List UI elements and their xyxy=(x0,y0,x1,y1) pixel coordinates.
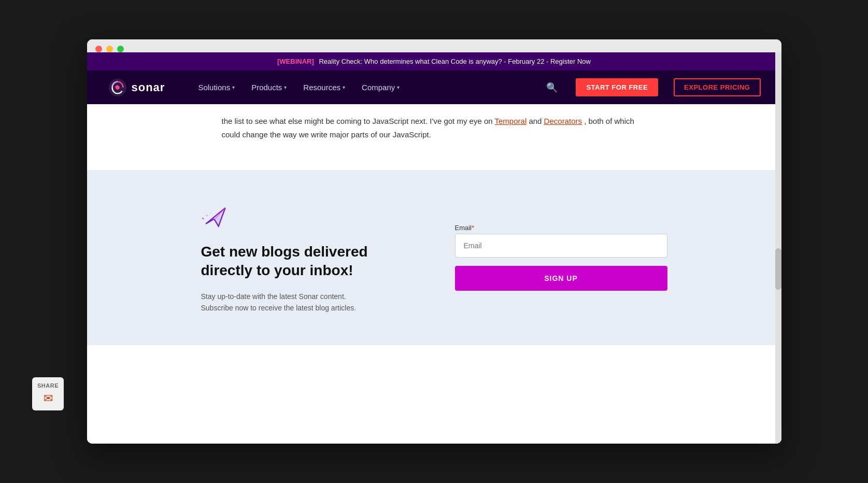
chevron-down-icon: ▾ xyxy=(343,84,345,90)
article-body-text-2: and xyxy=(529,117,544,125)
chevron-down-icon: ▾ xyxy=(232,84,235,90)
scrollbar-thumb[interactable] xyxy=(775,248,781,290)
newsletter-subtext-line1: Stay up-to-date with the latest Sonar co… xyxy=(201,291,414,314)
logo-text: sonar xyxy=(132,81,165,94)
nav-company[interactable]: Company ▾ xyxy=(354,79,407,96)
article-snippet: the list to see what else might be comin… xyxy=(201,104,667,170)
paper-plane-icon xyxy=(201,201,230,230)
nav-logo[interactable]: sonar xyxy=(108,78,165,97)
svg-point-3 xyxy=(206,215,207,217)
page-content: the list to see what else might be comin… xyxy=(87,104,781,444)
chevron-down-icon: ▾ xyxy=(397,84,400,90)
share-label: SHARE xyxy=(37,382,59,389)
announcement-text: Reality Check: Who determines what Clean… xyxy=(319,58,591,65)
explore-pricing-button[interactable]: EXPLORE PRICING xyxy=(674,78,760,96)
email-input[interactable] xyxy=(455,234,667,258)
newsletter-icon xyxy=(201,201,414,232)
svg-point-4 xyxy=(210,212,211,213)
share-email-icon[interactable]: ✉ xyxy=(44,392,53,405)
announcement-tag: [WEBINAR] xyxy=(277,58,314,65)
traffic-light-maximize[interactable] xyxy=(117,46,124,52)
svg-point-2 xyxy=(202,218,204,220)
browser-content: [WEBINAR] Reality Check: Who determines … xyxy=(87,52,781,444)
traffic-light-close[interactable] xyxy=(95,46,102,52)
navigation: sonar Solutions ▾ Products ▾ Resources ▾… xyxy=(87,70,781,104)
scrollbar[interactable] xyxy=(775,52,781,444)
nav-products[interactable]: Products ▾ xyxy=(244,79,294,96)
email-field-wrapper: Email* xyxy=(455,224,667,258)
search-button[interactable]: 🔍 xyxy=(544,79,560,96)
newsletter-section: Get new blogs delivered directly to your… xyxy=(87,170,781,345)
announcement-bar: [WEBINAR] Reality Check: Who determines … xyxy=(87,52,781,70)
browser-chrome xyxy=(87,39,781,52)
chevron-down-icon: ▾ xyxy=(284,84,287,90)
start-for-free-button[interactable]: START FOR FREE xyxy=(576,78,658,96)
nav-links: Solutions ▾ Products ▾ Resources ▾ Compa… xyxy=(191,79,528,96)
share-sidebar: SHARE ✉ xyxy=(32,377,64,410)
decorators-link[interactable]: Decorators xyxy=(544,117,582,125)
required-marker: * xyxy=(472,224,474,232)
browser-window: [WEBINAR] Reality Check: Who determines … xyxy=(87,39,781,444)
newsletter-inner: Get new blogs delivered directly to your… xyxy=(201,201,667,314)
article-body-text-1: the list to see what else might be comin… xyxy=(222,117,493,125)
search-icon: 🔍 xyxy=(546,82,558,93)
sonar-logo-icon xyxy=(108,78,127,97)
article-paragraph: the list to see what else might be comin… xyxy=(222,115,647,141)
signup-button[interactable]: SIGN UP xyxy=(455,266,667,291)
newsletter-left: Get new blogs delivered directly to your… xyxy=(201,201,414,314)
newsletter-heading: Get new blogs delivered directly to your… xyxy=(201,243,414,280)
temporal-link[interactable]: Temporal xyxy=(495,117,527,125)
nav-solutions[interactable]: Solutions ▾ xyxy=(191,79,242,96)
traffic-light-minimize[interactable] xyxy=(106,46,113,52)
email-label: Email* xyxy=(455,224,667,232)
newsletter-right: Email* SIGN UP xyxy=(455,224,667,291)
nav-resources[interactable]: Resources ▾ xyxy=(296,79,352,96)
